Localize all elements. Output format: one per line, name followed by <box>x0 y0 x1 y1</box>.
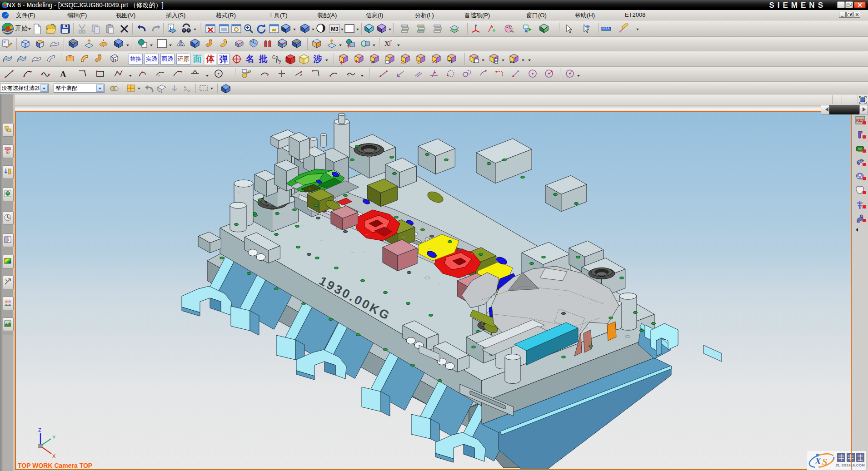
svg-text:X: X <box>384 40 389 47</box>
svg-text:TOP WORK Camera TOP: TOP WORK Camera TOP <box>18 462 92 469</box>
svg-text:X: X <box>814 456 822 466</box>
svg-text:A: A <box>60 69 66 79</box>
svg-text:S: S <box>822 456 828 467</box>
svg-text:Z: Z <box>38 427 41 433</box>
svg-text:Py: Py <box>276 59 281 64</box>
svg-text:x: x <box>514 56 516 60</box>
svg-text:X: X <box>52 453 56 459</box>
svg-text:M3: M3 <box>331 26 339 32</box>
svg-text:Y: Y <box>52 435 56 440</box>
